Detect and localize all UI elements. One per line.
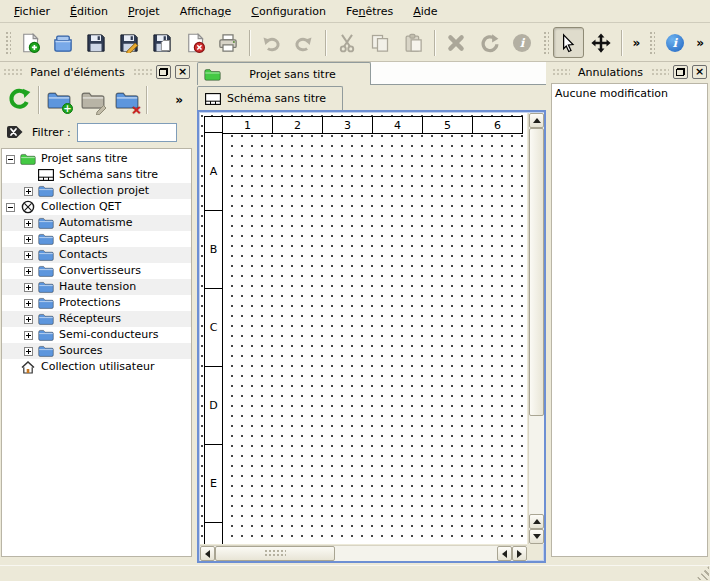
titlebar-texture: [3, 68, 22, 77]
reload-icon: [7, 88, 31, 112]
undo-history-list[interactable]: Aucune modification: [551, 83, 708, 557]
print-button[interactable]: [213, 27, 244, 58]
info-button[interactable]: i: [507, 27, 538, 58]
menu-fenetres[interactable]: Fenêtres: [336, 0, 403, 23]
panel-toolbar-separator: [146, 86, 148, 114]
close-panel-button[interactable]: ×: [175, 65, 190, 79]
float-panel-button[interactable]: [673, 65, 688, 79]
paste-button[interactable]: [398, 27, 429, 58]
tree-item-automatisme[interactable]: Automatisme: [2, 215, 191, 231]
collapse-icon[interactable]: [6, 155, 15, 164]
horizontal-scroll-thumb[interactable]: [215, 546, 335, 561]
scroll-up-button[interactable]: [529, 113, 544, 128]
column-label: 4: [372, 116, 423, 134]
save-as-button[interactable]: [114, 27, 145, 58]
expand-icon[interactable]: [24, 235, 33, 244]
collapse-icon[interactable]: [6, 203, 15, 212]
project-info-button[interactable]: i: [659, 27, 690, 58]
filter-input[interactable]: [77, 123, 177, 142]
horizontal-scrollbar[interactable]: [200, 545, 527, 561]
tab-bar-empty-area: [371, 62, 546, 85]
panel-overflow-button[interactable]: »: [171, 93, 187, 107]
expand-icon[interactable]: [24, 219, 33, 228]
clear-filter-icon[interactable]: [6, 124, 26, 140]
diagram-canvas[interactable]: 1 2 3 4 5 6 A B C D E: [200, 113, 527, 544]
blue-folder-icon: [38, 329, 54, 342]
tree-item-collection-projet[interactable]: Collection projet: [2, 183, 191, 199]
toolbar-overflow-button[interactable]: »: [692, 36, 708, 50]
undo-button[interactable]: [256, 27, 287, 58]
scroll-right-button[interactable]: [512, 546, 527, 561]
toolbar-overflow-button[interactable]: »: [628, 36, 644, 50]
scroll-down-button[interactable]: [529, 529, 544, 544]
tree-item-contacts[interactable]: Contacts: [2, 247, 191, 263]
redo-button[interactable]: [289, 27, 320, 58]
new-category-button[interactable]: +: [44, 85, 74, 115]
menu-projet[interactable]: Projet: [118, 0, 170, 23]
scroll-track[interactable]: [335, 546, 497, 561]
copy-button[interactable]: [365, 27, 396, 58]
arrow-up-icon: [533, 519, 541, 524]
diagram-tab[interactable]: Schéma sans titre: [197, 86, 343, 110]
edit-category-button[interactable]: [78, 85, 108, 115]
panel-toolbar-separator: [38, 86, 40, 114]
selection-tool-button[interactable]: [553, 27, 584, 58]
titlebar-texture: [133, 68, 152, 77]
save-all-button[interactable]: [147, 27, 178, 58]
close-file-button[interactable]: [180, 27, 211, 58]
menu-edition[interactable]: Édition: [60, 0, 118, 23]
menu-fichier[interactable]: Fichier: [4, 0, 60, 23]
tree-item-convertisseurs[interactable]: Convertisseurs: [2, 263, 191, 279]
redo-icon: [294, 33, 314, 53]
toolbar-drag-handle[interactable]: [4, 30, 11, 56]
expand-icon[interactable]: [24, 331, 33, 340]
expand-icon[interactable]: [24, 347, 33, 356]
elements-panel-titlebar[interactable]: Panel d'éléments ×: [0, 62, 193, 82]
resize-grip[interactable]: [695, 566, 709, 580]
undo-panel-titlebar[interactable]: Annulations ×: [549, 62, 710, 82]
save-button[interactable]: [81, 27, 112, 58]
vertical-scroll-thumb[interactable]: [529, 128, 544, 416]
tree-item-collection-qet[interactable]: Collection QET: [2, 199, 191, 215]
tree-item-collection-utilisateur[interactable]: Collection utilisateur: [2, 359, 191, 375]
expand-icon[interactable]: [24, 251, 33, 260]
copy-icon: [370, 33, 390, 53]
scroll-track[interactable]: [529, 416, 544, 514]
expand-icon[interactable]: [24, 315, 33, 324]
toolbar-drag-handle[interactable]: [648, 30, 655, 56]
open-file-button[interactable]: [48, 27, 79, 58]
expand-icon[interactable]: [24, 267, 33, 276]
expand-icon[interactable]: [24, 299, 33, 308]
toolbar-drag-handle[interactable]: [542, 30, 549, 56]
menu-affichage[interactable]: Affichage: [170, 0, 242, 23]
tree-item-semi-conducteurs[interactable]: Semi-conducteurs: [2, 327, 191, 343]
tree-item-schema[interactable]: Schéma sans titre: [2, 167, 191, 183]
close-file-icon: [185, 33, 205, 53]
tree-item-project[interactable]: Projet sans titre: [2, 151, 191, 167]
tree-item-recepteurs[interactable]: Récepteurs: [2, 311, 191, 327]
menu-aide[interactable]: Aide: [403, 0, 447, 23]
expand-icon[interactable]: [24, 283, 33, 292]
tree-item-sources[interactable]: Sources: [2, 343, 191, 359]
reload-collections-button[interactable]: [4, 85, 34, 115]
rotate-button[interactable]: [474, 27, 505, 58]
expand-icon[interactable]: [24, 187, 33, 196]
scroll-left-button[interactable]: [200, 546, 215, 561]
delete-button[interactable]: [441, 27, 472, 58]
delete-category-button[interactable]: ×: [112, 85, 142, 115]
vertical-scrollbar[interactable]: [528, 113, 544, 544]
close-panel-button[interactable]: ×: [692, 65, 707, 79]
qelectrotech-window: Fichier Édition Projet Affichage Configu…: [0, 0, 710, 581]
cut-button[interactable]: [332, 27, 363, 58]
move-tool-button[interactable]: [586, 27, 617, 58]
scroll-left-button[interactable]: [497, 546, 512, 561]
project-tab[interactable]: Projet sans titre: [197, 62, 371, 85]
float-panel-button[interactable]: [156, 65, 171, 79]
menu-configuration[interactable]: Configuration: [241, 0, 336, 23]
scroll-up-button[interactable]: [529, 514, 544, 529]
tree-item-protections[interactable]: Protections: [2, 295, 191, 311]
tree-item-capteurs[interactable]: Capteurs: [2, 231, 191, 247]
new-document-button[interactable]: [15, 27, 46, 58]
tree-item-haute-tension[interactable]: Haute tension: [2, 279, 191, 295]
column-label: 3: [322, 116, 373, 134]
